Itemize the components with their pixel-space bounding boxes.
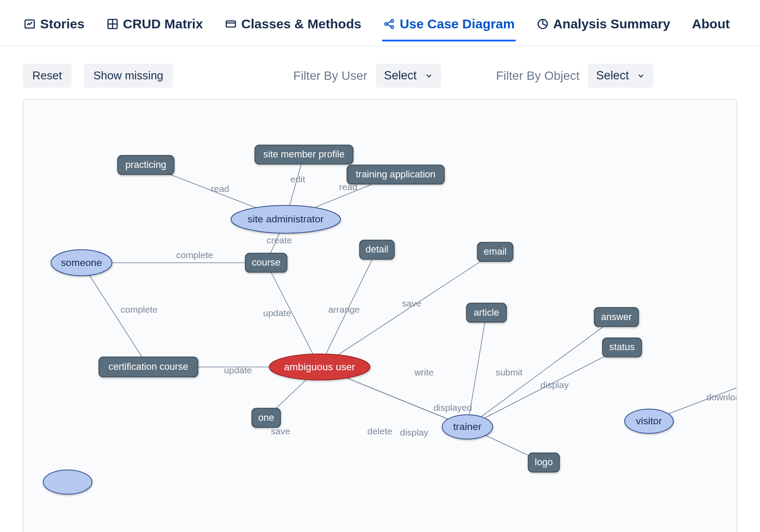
object-node-status[interactable]: status [603, 338, 642, 357]
pie-icon [537, 18, 549, 30]
chevron-down-icon [637, 72, 645, 80]
edge-label: submit [496, 367, 523, 377]
diagram-canvas[interactable]: readeditreadcreatecompletecompleteupdate… [23, 99, 737, 532]
edge-label: update [224, 365, 252, 375]
edge-label: complete [120, 304, 157, 314]
object-node-one[interactable]: one [252, 408, 281, 427]
filter-user-select[interactable]: Select [376, 64, 441, 88]
tab-label: Analysis Summary [553, 17, 670, 31]
object-label: site member profile [264, 149, 345, 160]
object-node-cert_course[interactable]: certification course [99, 357, 198, 377]
object-label: status [609, 341, 635, 352]
object-node-practicing[interactable]: practicing [117, 155, 174, 174]
edge-label: complete [176, 250, 213, 260]
graph-svg: readeditreadcreatecompletecompleteupdate… [24, 100, 736, 532]
filter-object-select[interactable]: Select [588, 64, 653, 88]
actor-label: ambiguous user [284, 361, 355, 372]
object-label: detail [366, 244, 388, 255]
object-node-course[interactable]: course [245, 253, 287, 273]
object-node-answer[interactable]: answer [594, 307, 639, 327]
chevron-down-icon [425, 72, 433, 80]
actor-node-ambiguous[interactable]: ambiguous user [269, 354, 370, 380]
toolbar: Reset Show missing Filter By User Select… [0, 46, 760, 99]
tab-classes[interactable]: Classes & Methods [224, 10, 362, 41]
object-label: certification course [109, 361, 188, 372]
actor-label: trainer [453, 421, 482, 432]
actor-node-someone[interactable]: someone [51, 250, 112, 276]
graph-edge [82, 263, 148, 367]
filter-user-label: Filter By User [293, 69, 367, 83]
actor-node-visitor[interactable]: visitor [625, 409, 674, 433]
graph-edge [467, 317, 616, 427]
actor-node-unknown_bl[interactable] [43, 470, 92, 494]
edge-label: arrange [328, 304, 359, 314]
reset-button[interactable]: Reset [23, 64, 72, 88]
object-node-detail[interactable]: detail [359, 240, 394, 259]
filter-object-label: Filter By Object [496, 69, 579, 83]
edge-label: display [541, 380, 569, 390]
card-icon [225, 18, 237, 30]
edge-label: download [706, 392, 736, 402]
object-node-logo[interactable]: logo [528, 453, 560, 472]
grid-icon [106, 18, 119, 30]
svg-point-24 [43, 470, 92, 494]
graph-edge [467, 313, 486, 427]
object-node-article[interactable]: article [466, 303, 507, 322]
object-label: one [258, 412, 274, 423]
tab-label: Stories [40, 17, 85, 31]
edge-label: create [267, 235, 292, 245]
object-label: practicing [125, 159, 166, 170]
edge-label: edit [291, 174, 305, 184]
object-node-site_member_profile[interactable]: site member profile [255, 145, 353, 164]
share-icon [383, 18, 395, 30]
stories-icon [24, 18, 36, 30]
actor-node-trainer[interactable]: trainer [442, 415, 493, 439]
edge-label: save [402, 298, 421, 308]
tab-usecase[interactable]: Use Case Diagram [382, 10, 515, 41]
edge-label: displayed [434, 402, 472, 413]
select-value: Select [596, 69, 629, 82]
svg-rect-2 [226, 21, 236, 27]
actor-label: site administrator [248, 213, 324, 225]
actor-label: visitor [636, 415, 662, 426]
object-node-training_app[interactable]: training application [347, 165, 444, 184]
tab-label: About [692, 17, 730, 31]
object-label: logo [535, 457, 553, 467]
tab-label: Use Case Diagram [400, 17, 514, 31]
edge-label: read [211, 184, 229, 194]
tabs-bar: Stories CRUD Matrix Classes & Methods Us… [0, 0, 760, 46]
select-value: Select [384, 69, 417, 82]
tab-analysis[interactable]: Analysis Summary [536, 10, 671, 41]
edge-label: display [400, 427, 429, 437]
tab-label: CRUD Matrix [123, 17, 203, 31]
edge-label: update [263, 308, 291, 318]
actor-label: someone [61, 257, 102, 268]
show-missing-button[interactable]: Show missing [84, 64, 173, 88]
object-label: email [484, 246, 507, 257]
object-node-email[interactable]: email [477, 242, 513, 262]
filter-by-object: Filter By Object Select [496, 64, 653, 88]
object-label: answer [601, 311, 632, 322]
tab-stories[interactable]: Stories [23, 10, 86, 41]
object-label: training application [356, 169, 436, 180]
object-label: article [474, 307, 499, 318]
tab-about[interactable]: About [691, 10, 731, 41]
actor-node-site_admin[interactable]: site administrator [231, 205, 340, 233]
tab-crud[interactable]: CRUD Matrix [106, 10, 204, 41]
object-label: course [252, 257, 281, 268]
edge-label: delete [367, 426, 392, 436]
filter-by-user: Filter By User Select [293, 64, 441, 88]
tab-label: Classes & Methods [241, 17, 361, 31]
edge-label: write [414, 367, 434, 377]
